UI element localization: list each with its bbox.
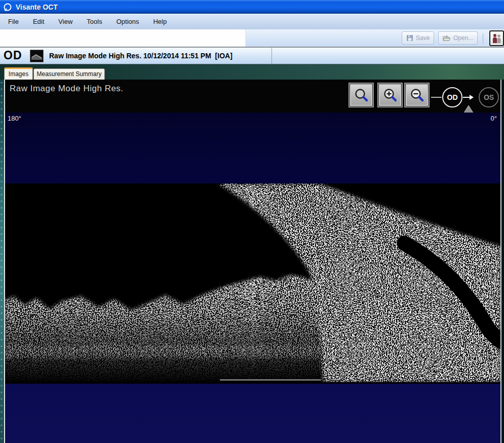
- exam-title: Raw Image Mode High Res. 10/12/2014 11:5…: [49, 52, 232, 60]
- zoom-in-icon: [382, 87, 398, 103]
- oct-bscan-image: [5, 183, 500, 384]
- angle-left-label: 180°: [8, 115, 21, 122]
- window-titlebar: Visante OCT: [0, 0, 504, 14]
- zeiss-logo-icon: [3, 3, 12, 12]
- scan-thumbnail-image: [30, 50, 43, 62]
- desktop-edge-right: [501, 80, 504, 443]
- magnifier-button[interactable]: [350, 84, 373, 106]
- patients-button[interactable]: [489, 30, 504, 46]
- visante-oct-window: Visante OCT File Edit View Tools Options…: [0, 0, 504, 443]
- os-toggle-label: OS: [484, 93, 494, 101]
- exam-header: OD Raw Image Mode High Res. 10/12/2014 1…: [0, 48, 504, 64]
- angle-right-label: 0°: [491, 115, 497, 122]
- os-toggle[interactable]: OS: [479, 88, 498, 107]
- menu-help[interactable]: Help: [146, 14, 174, 29]
- menu-file[interactable]: File: [1, 14, 26, 29]
- floppy-disk-icon: [406, 34, 413, 42]
- menu-options[interactable]: Options: [109, 14, 146, 29]
- zoom-in-button[interactable]: [378, 84, 402, 106]
- main-area: Raw Image Mode High Res.: [0, 80, 504, 443]
- viewer-title: Raw Image Mode High Res.: [10, 84, 124, 94]
- tab-images[interactable]: Images: [4, 67, 33, 80]
- save-label: Save: [416, 34, 430, 42]
- menu-edit[interactable]: Edit: [26, 14, 51, 29]
- desktop-edge-strip: [0, 80, 4, 443]
- oct-bscan-render: [5, 183, 500, 384]
- tab-strip: Images Measurement Summary: [0, 64, 504, 80]
- iris-fade: [5, 346, 359, 382]
- toolbar: Save Open...: [0, 29, 504, 48]
- open-button[interactable]: Open...: [438, 31, 478, 45]
- od-toggle[interactable]: OD: [443, 88, 462, 107]
- eye-label: OD: [4, 49, 22, 62]
- magnifier-icon: [353, 87, 369, 103]
- open-folder-icon: [443, 35, 451, 42]
- zoom-out-icon: [409, 87, 425, 103]
- header-divider: [272, 48, 272, 64]
- arrow-right-icon: [463, 95, 474, 100]
- save-button[interactable]: Save: [402, 31, 434, 45]
- od-toggle-label: OD: [447, 93, 458, 101]
- open-label: Open...: [453, 34, 473, 42]
- image-panel: Raw Image Mode High Res.: [5, 80, 500, 443]
- toolbar-separator: [483, 33, 483, 44]
- bottom-artifact-line: [220, 379, 321, 381]
- scan-background: 180° 0°: [5, 113, 500, 443]
- viewer-header: Raw Image Mode High Res.: [5, 80, 500, 113]
- scan-thumbnail[interactable]: [30, 50, 44, 62]
- menu-bar: File Edit View Tools Options Help: [0, 14, 504, 29]
- toolbar-blank-area: [0, 29, 246, 47]
- patients-icon: [492, 33, 502, 44]
- menu-view[interactable]: View: [51, 14, 80, 29]
- window-title: Visante OCT: [16, 3, 58, 11]
- zoom-out-button[interactable]: [405, 84, 429, 106]
- tab-measurement-summary[interactable]: Measurement Summary: [33, 68, 105, 80]
- menu-tools[interactable]: Tools: [80, 14, 109, 29]
- eye-selector: OD OS: [430, 84, 501, 115]
